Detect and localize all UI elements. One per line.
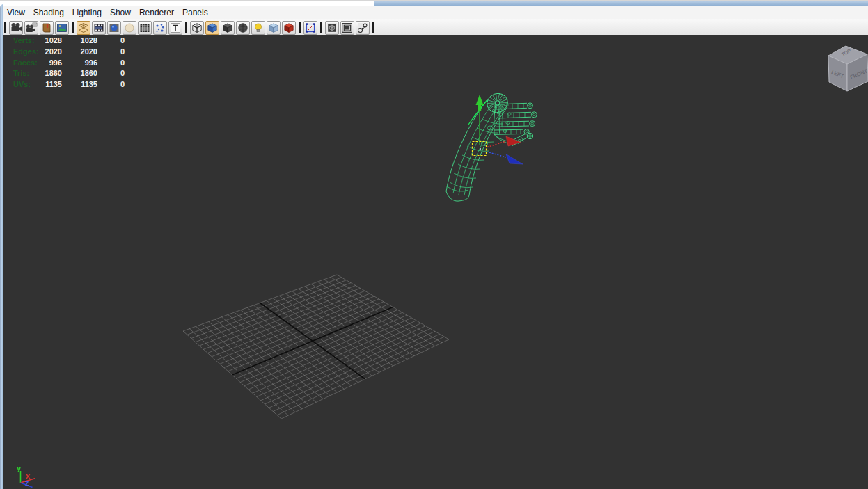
select-camera-button[interactable] (9, 21, 23, 35)
hud-value: 1135 (41, 79, 62, 90)
field-chart-button[interactable] (340, 21, 354, 35)
menu-show[interactable]: Show (110, 8, 131, 17)
frame-blue-icon (304, 22, 317, 34)
letter-t-icon (169, 22, 182, 34)
manipulator-y-arrow-base (478, 105, 481, 111)
bulb-icon (252, 22, 265, 34)
axis-orientation-gizmo: y x z (17, 464, 35, 488)
shade-textures-button[interactable] (138, 21, 152, 35)
menu-shading[interactable]: Shading (33, 8, 64, 17)
default-material-button[interactable] (123, 21, 136, 35)
toolbar-separator (185, 22, 187, 33)
cube-dark-icon (221, 22, 234, 34)
hud-value: 1028 (62, 35, 97, 47)
hud-value: 2020 (62, 47, 97, 58)
panel-chrome: View Shading Lighting Show Renderer Pane… (0, 0, 868, 35)
smooth-shade-sphere-button[interactable] (236, 21, 250, 35)
hud-value: 2020 (41, 47, 62, 58)
menu-panels[interactable]: Panels (182, 8, 208, 17)
hud-label: Faces: (13, 58, 41, 69)
hud-value: 996 (62, 58, 97, 69)
hud-row-faces: Faces: 996 996 0 (13, 58, 125, 69)
toolbar-separator (320, 22, 322, 33)
hud-label: Edges: (13, 47, 41, 58)
toolbar-separator (72, 22, 74, 33)
hud-row-verts: Verts: 1028 1028 0 (13, 35, 125, 47)
toolbar-separator (299, 22, 301, 33)
film-icon (93, 22, 105, 34)
scene-svg: TOP LEFT FRONT y x z (0, 35, 868, 489)
manipulator-z-arrow[interactable] (506, 154, 523, 165)
isolate-select-button[interactable] (303, 21, 317, 35)
camera-icon (10, 22, 22, 34)
camera-attributes-button[interactable] (24, 21, 38, 35)
use-all-lights-button[interactable] (251, 21, 265, 35)
circle-icon (123, 22, 136, 34)
camera-attrs-icon (25, 22, 38, 34)
xray-active-components-button[interactable] (282, 21, 296, 35)
axis-z-label: z (25, 479, 29, 487)
menu-lighting[interactable]: Lighting (72, 8, 102, 17)
view-cube[interactable]: TOP LEFT FRONT (828, 46, 868, 91)
ball-icon (108, 22, 120, 34)
manipulator-pivot-dot (480, 148, 481, 150)
hud-value: 0 (97, 68, 125, 79)
hud-value: 1860 (41, 68, 62, 79)
hud-label: Tris: (13, 68, 41, 79)
axis-y-label: y (17, 464, 22, 472)
hud-value: 1860 (62, 68, 97, 79)
panel-toolbar (0, 19, 868, 37)
wireframe-on-shaded-button[interactable] (190, 21, 204, 35)
cube-lightblue-icon (267, 22, 280, 34)
image-plane-button[interactable] (55, 21, 69, 35)
menu-view[interactable]: View (7, 8, 25, 17)
plugin-display-button[interactable] (325, 21, 339, 35)
ground-grid-plane (183, 275, 449, 419)
xray-display-button[interactable] (267, 21, 281, 35)
menu-renderer[interactable]: Renderer (139, 8, 174, 17)
cube-blue-icon (206, 22, 219, 34)
hud-row-uvs: UVs: 1135 1135 0 (13, 79, 125, 90)
textured-display-button[interactable] (107, 21, 121, 35)
hud-value: 0 (97, 35, 125, 47)
joint-icon (356, 22, 369, 34)
poly-count-hud: Verts: 1028 1028 0 Edges: 2020 2020 0 Fa… (13, 35, 125, 90)
hud-value: 0 (97, 79, 125, 90)
cube-red-icon (283, 22, 295, 34)
backface-culling-button[interactable] (221, 21, 235, 35)
dots-icon (154, 22, 166, 34)
smooth-shade-all-button[interactable] (92, 21, 106, 35)
hud-row-edges: Edges: 2020 2020 0 (13, 47, 125, 58)
hud-value: 1135 (62, 79, 97, 90)
panel-menu-bar: View Shading Lighting Show Renderer Pane… (0, 6, 868, 19)
toolbar-separator (372, 22, 374, 33)
lattice-icon (77, 22, 90, 34)
hud-value: 996 (41, 58, 62, 69)
image-icon (56, 22, 68, 34)
toolbar-separator (4, 22, 6, 33)
xray-joints-button[interactable] (356, 21, 370, 35)
sphere-dark-icon (237, 22, 249, 34)
wireframe-display-button[interactable] (77, 21, 90, 35)
hud-value: 0 (97, 58, 125, 69)
book-icon (40, 22, 53, 34)
cube-framed-icon (326, 22, 338, 34)
manipulator-y-arrow[interactable] (476, 95, 484, 105)
smooth-wireframe-button[interactable] (205, 21, 219, 35)
hud-value: 0 (97, 47, 125, 58)
bookmarks-button[interactable] (40, 21, 54, 35)
texture-placement-button[interactable] (168, 21, 182, 35)
frame-icon (341, 22, 354, 34)
cube-wire-icon (191, 22, 203, 34)
manipulator-x-arrow[interactable] (506, 136, 521, 146)
viewport-3d[interactable]: TOP LEFT FRONT y x z Verts: 1028 1028 0 … (0, 35, 868, 489)
arm-wireframe-model[interactable] (446, 90, 537, 201)
particles-display-button[interactable] (153, 21, 167, 35)
hud-label: Verts: (13, 35, 41, 47)
cage-icon (139, 22, 151, 34)
hud-value: 1028 (41, 35, 62, 47)
hud-label: UVs: (13, 79, 41, 90)
manipulator-z-shaft[interactable] (487, 152, 506, 157)
hud-row-tris: Tris: 1860 1860 0 (13, 68, 125, 79)
panel-frame-left (0, 4, 3, 489)
